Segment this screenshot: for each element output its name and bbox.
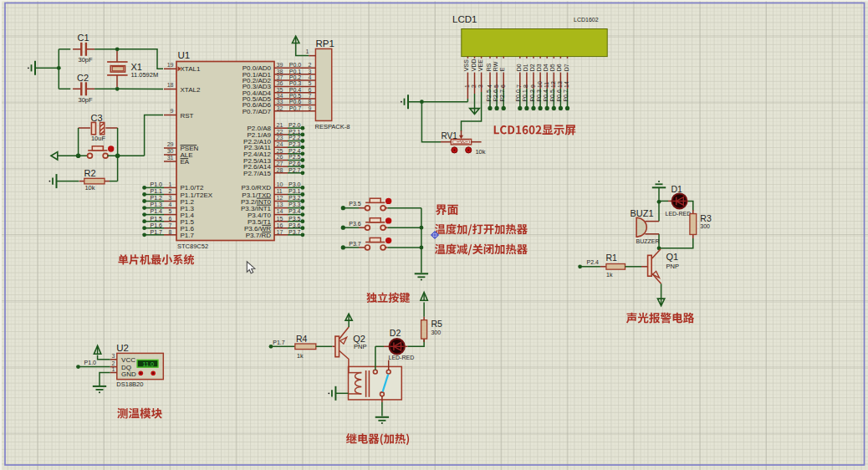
svg-text:BUZ1: BUZ1	[631, 208, 654, 218]
svg-text:P1.1: P1.1	[151, 188, 163, 194]
svg-text:P1.7: P1.7	[151, 229, 163, 235]
svg-text:D4: D4	[543, 64, 549, 71]
svg-text:6: 6	[309, 87, 312, 93]
svg-text:D3: D3	[536, 64, 542, 71]
svg-text:VDD: VDD	[471, 59, 477, 71]
svg-text:D1: D1	[671, 184, 683, 194]
svg-text:4: 4	[169, 202, 172, 207]
svg-text:U1: U1	[178, 50, 191, 60]
svg-text:22: 22	[277, 129, 283, 135]
svg-text:1k: 1k	[606, 272, 613, 278]
svg-text:28: 28	[277, 167, 283, 173]
svg-text:LED-RED: LED-RED	[389, 355, 415, 360]
svg-text:10: 10	[537, 81, 543, 88]
svg-text:C3: C3	[91, 113, 103, 123]
svg-text:37: 37	[277, 74, 283, 80]
svg-text:P3.6: P3.6	[349, 221, 361, 227]
svg-text:14: 14	[564, 81, 569, 88]
svg-text:EA: EA	[181, 158, 190, 166]
svg-text:VCC: VCC	[121, 356, 135, 364]
svg-text:23: 23	[277, 135, 283, 140]
svg-text:11.0: 11.0	[143, 360, 154, 368]
svg-text:12: 12	[277, 195, 283, 201]
svg-text:P3.6: P3.6	[288, 222, 301, 228]
svg-text:25: 25	[277, 148, 283, 154]
svg-text:15: 15	[277, 216, 283, 222]
svg-text:X1: X1	[130, 62, 141, 72]
svg-text:P0.0: P0.0	[289, 62, 302, 68]
svg-text:P0.3: P0.3	[536, 89, 542, 102]
svg-text:P1.0: P1.0	[84, 360, 97, 365]
svg-text:38: 38	[277, 69, 283, 74]
svg-text:13: 13	[277, 202, 283, 207]
svg-text:P0.7: P0.7	[289, 105, 302, 111]
svg-text:P3.2: P3.2	[288, 195, 301, 201]
svg-text:12: 12	[550, 81, 556, 88]
svg-text:10k: 10k	[84, 184, 94, 192]
svg-text:1k: 1k	[297, 353, 304, 359]
svg-text:300: 300	[431, 330, 441, 335]
svg-text:D0: D0	[516, 64, 522, 71]
svg-text:3: 3	[477, 84, 483, 88]
svg-text:35: 35	[277, 87, 283, 93]
svg-text:P3.0: P3.0	[288, 181, 301, 187]
svg-text:4: 4	[487, 84, 493, 88]
svg-text:1: 1	[305, 49, 309, 54]
svg-text:10: 10	[277, 181, 283, 187]
svg-text:Q1: Q1	[666, 252, 679, 262]
svg-text:C1: C1	[78, 33, 89, 43]
svg-text:7: 7	[516, 84, 522, 88]
svg-text:D7: D7	[564, 64, 569, 71]
svg-text:LCD1: LCD1	[452, 14, 477, 24]
svg-text:3: 3	[169, 195, 172, 201]
svg-text:XTAL1: XTAL1	[181, 65, 201, 73]
svg-text:P0.2: P0.2	[289, 74, 302, 80]
svg-text:P0.4: P0.4	[543, 89, 549, 102]
svg-text:P2.4: P2.4	[587, 259, 600, 265]
svg-text:1: 1	[169, 181, 172, 187]
svg-text:5: 5	[493, 84, 499, 88]
svg-text:5: 5	[309, 80, 312, 86]
svg-text:7: 7	[169, 222, 172, 228]
svg-text:24: 24	[277, 141, 283, 147]
svg-text:RS: RS	[486, 63, 492, 71]
svg-text:P0.2: P0.2	[529, 89, 535, 102]
svg-text:13: 13	[557, 81, 563, 88]
svg-text:7: 7	[309, 93, 312, 99]
svg-text:8: 8	[309, 99, 312, 105]
svg-text:P2.6: P2.6	[288, 161, 301, 166]
svg-text:30pF: 30pF	[79, 96, 94, 104]
svg-text:D2: D2	[390, 328, 401, 338]
svg-text:2: 2	[169, 188, 172, 194]
svg-text:P0.6: P0.6	[289, 99, 302, 105]
svg-text:11: 11	[277, 188, 283, 194]
svg-text:14: 14	[277, 208, 283, 214]
svg-text:300: 300	[700, 223, 710, 229]
svg-text:P0.0: P0.0	[515, 89, 521, 102]
svg-text:P0.5: P0.5	[289, 93, 302, 99]
svg-text:1: 1	[111, 366, 115, 372]
svg-text:DS18B20: DS18B20	[116, 381, 143, 388]
svg-text:30pF: 30pF	[79, 56, 94, 64]
svg-text:P0.1: P0.1	[522, 89, 528, 102]
svg-text:27: 27	[277, 161, 283, 166]
svg-text:P0.1: P0.1	[289, 69, 302, 74]
svg-text:P0.6: P0.6	[556, 89, 562, 102]
svg-text:P2.7/A15: P2.7/A15	[243, 170, 271, 177]
svg-text:21: 21	[277, 122, 283, 128]
svg-text:4: 4	[309, 74, 312, 80]
svg-text:STC89C52: STC89C52	[177, 243, 208, 250]
svg-text:PNP: PNP	[666, 263, 679, 270]
svg-text:P3.7/RD: P3.7/RD	[246, 232, 271, 239]
svg-text:R5: R5	[431, 319, 442, 329]
svg-text:P2.7: P2.7	[499, 89, 505, 102]
svg-text:5: 5	[169, 208, 172, 214]
svg-text:P2.6: P2.6	[493, 89, 498, 102]
svg-text:RW: RW	[493, 61, 498, 71]
svg-text:RESPACK-8: RESPACK-8	[315, 123, 350, 130]
svg-text:P3.5: P3.5	[349, 201, 361, 207]
svg-text:10k: 10k	[475, 148, 485, 156]
svg-text:6: 6	[169, 216, 172, 222]
svg-text:P3.3: P3.3	[288, 202, 301, 207]
svg-text:26: 26	[277, 154, 283, 160]
